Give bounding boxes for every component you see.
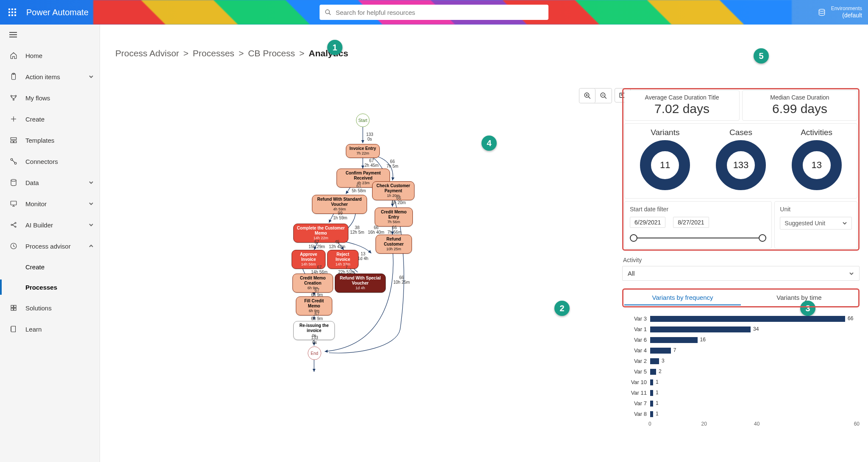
monitor-icon xyxy=(9,199,18,208)
sidebar-subitem-processes[interactable]: Processes xyxy=(0,277,100,297)
app-launcher-button[interactable] xyxy=(0,0,25,25)
chart-bar-value: 3 xyxy=(662,358,665,364)
date-to[interactable]: 8/27/2021 xyxy=(673,217,709,228)
sidebar-item-templates[interactable]: Templates xyxy=(0,130,100,151)
edge-label: 1330s xyxy=(311,335,318,345)
sidebar: Home Action items My flows Create Templa… xyxy=(0,25,100,462)
sidebar-item-ai-builder[interactable]: AI Builder xyxy=(0,214,100,235)
svg-rect-22 xyxy=(11,138,17,140)
sidebar-item-label: Action items xyxy=(25,73,60,80)
hamburger-button[interactable] xyxy=(0,25,100,45)
chart-row[interactable]: Var 5 2 xyxy=(624,366,860,377)
zoom-out-button[interactable] xyxy=(595,89,612,103)
tab-variants-time[interactable]: Variants by time xyxy=(741,290,857,305)
callout-badge-1: 1 xyxy=(327,40,342,55)
process-map[interactable]: Start 1330s Invoice Entry 7h 22m 672h 45… xyxy=(202,109,524,448)
start-date-filter-card: Start date filter 6/29/2021 8/27/2021 xyxy=(624,201,772,249)
environment-picker[interactable]: Environments (default xyxy=(818,6,862,19)
sidebar-item-monitor[interactable]: Monitor xyxy=(0,193,100,214)
chevron-down-icon xyxy=(89,200,94,207)
sidebar-item-learn[interactable]: Learn xyxy=(0,318,100,340)
sidebar-item-connectors[interactable]: Connectors xyxy=(0,151,100,172)
slider-knob-left[interactable] xyxy=(630,234,637,242)
chevron-down-icon xyxy=(842,221,847,226)
edge-label: 131d 4h xyxy=(358,252,368,261)
svg-point-31 xyxy=(11,224,12,226)
kpi-activities[interactable]: Activities 13 xyxy=(791,128,842,191)
sidebar-item-label: Learn xyxy=(25,326,42,333)
svg-rect-6 xyxy=(8,14,10,16)
chart-row-label: Var 7 xyxy=(624,400,650,407)
zoom-out-icon xyxy=(600,92,607,100)
node-end[interactable]: End xyxy=(308,346,321,360)
activity-filter: Activity All xyxy=(622,257,860,281)
sidebar-item-home[interactable]: Home xyxy=(0,45,100,66)
node-invoice-entry[interactable]: Invoice Entry 7h 22m xyxy=(346,144,380,158)
node-start[interactable]: Start xyxy=(356,113,370,127)
sidebar-item-create[interactable]: Create xyxy=(0,108,100,130)
main-content: Process Advisor>Processes>CB Process>Ana… xyxy=(100,25,868,462)
chart-bar xyxy=(650,411,653,417)
chart-row-label: Var 2 xyxy=(624,358,650,364)
search-icon xyxy=(325,9,331,16)
svg-rect-8 xyxy=(14,14,16,16)
sidebar-item-action-items[interactable]: Action items xyxy=(0,66,100,87)
breadcrumb-item[interactable]: Process Advisor xyxy=(115,48,179,58)
chart-row[interactable]: Var 11 1 xyxy=(624,387,860,398)
chart-row[interactable]: Var 3 66 xyxy=(624,313,860,324)
kpi-variants[interactable]: Variants 11 xyxy=(640,128,690,191)
search-input[interactable] xyxy=(336,9,543,16)
kpi-avg-duration[interactable]: Average Case Duration Title 7.02 days xyxy=(624,90,740,121)
search-box[interactable] xyxy=(320,5,548,20)
date-range-slider[interactable] xyxy=(630,234,766,242)
chart-bar-value: 1 xyxy=(656,379,659,385)
variants-chart-axis: 0204060 xyxy=(622,421,860,427)
node-refund-customer[interactable]: Refund Customer 10h 25m xyxy=(376,235,412,254)
tab-variants-frequency[interactable]: Variants by frequency xyxy=(624,290,741,305)
chart-row-label: Var 5 xyxy=(624,368,650,375)
kpi-median-duration[interactable]: Median Case Duration 6.99 days xyxy=(742,90,857,121)
chart-row[interactable]: Var 2 3 xyxy=(624,356,860,366)
chevron-down-icon xyxy=(89,179,94,186)
sidebar-item-process-advisor[interactable]: Process advisor xyxy=(0,235,100,257)
plus-icon xyxy=(9,115,18,123)
sidebar-item-data[interactable]: Data xyxy=(0,172,100,193)
sidebar-item-label: Create xyxy=(25,116,45,123)
slider-knob-right[interactable] xyxy=(759,234,766,242)
edge-label: 6610h 25m xyxy=(393,275,410,285)
unit-select[interactable]: Suggested Unit xyxy=(780,217,852,230)
breadcrumb-item[interactable]: Processes xyxy=(193,48,234,58)
breadcrumb-item[interactable]: CB Process xyxy=(248,48,295,58)
sidebar-item-solutions[interactable]: Solutions xyxy=(0,297,100,318)
chart-row[interactable]: Var 1 34 xyxy=(624,324,860,335)
edge-label: 6616h 40m xyxy=(368,225,384,235)
activity-select[interactable]: All xyxy=(622,266,860,281)
svg-rect-5 xyxy=(14,11,16,13)
node-credit-memo-entry[interactable]: Credit Memo Entry 7h 56m xyxy=(375,207,413,227)
sidebar-subitem-create[interactable]: Create xyxy=(0,257,100,277)
chart-row[interactable]: Var 6 16 xyxy=(624,335,860,345)
edge-label: 615h 58m xyxy=(352,184,366,193)
chart-row-label: Var 6 xyxy=(624,337,650,343)
edge-label: 667h 5m xyxy=(387,159,398,169)
zoom-in-button[interactable] xyxy=(579,89,595,103)
chart-row[interactable]: Var 4 7 xyxy=(624,345,860,356)
breadcrumb: Process Advisor>Processes>CB Process>Ana… xyxy=(115,48,348,58)
svg-point-32 xyxy=(15,222,16,224)
date-from[interactable]: 6/29/2021 xyxy=(630,217,665,228)
kpi-highlight-box: Average Case Duration Title 7.02 days Me… xyxy=(622,88,860,251)
kpi-panel: Average Case Duration Title 7.02 days Me… xyxy=(622,88,860,427)
chart-bar-value: 2 xyxy=(659,368,662,374)
chart-row-label: Var 4 xyxy=(624,347,650,354)
variants-bar-chart[interactable]: Var 3 66 Var 1 34 Var 6 16 Var 4 7 Var 2… xyxy=(622,313,860,419)
sidebar-item-my-flows[interactable]: My flows xyxy=(0,87,100,108)
callout-badge-5: 5 xyxy=(754,48,769,64)
chart-row-label: Var 11 xyxy=(624,390,650,396)
chart-row[interactable]: Var 8 1 xyxy=(624,409,860,419)
kpi-cases[interactable]: Cases 133 xyxy=(715,128,766,191)
svg-line-45 xyxy=(604,97,606,99)
chart-bar xyxy=(650,390,653,396)
node-refund-special[interactable]: Refund With Special Voucher 1d 4h xyxy=(335,274,386,293)
chart-row[interactable]: Var 7 1 xyxy=(624,398,860,409)
chart-row[interactable]: Var 10 1 xyxy=(624,377,860,387)
